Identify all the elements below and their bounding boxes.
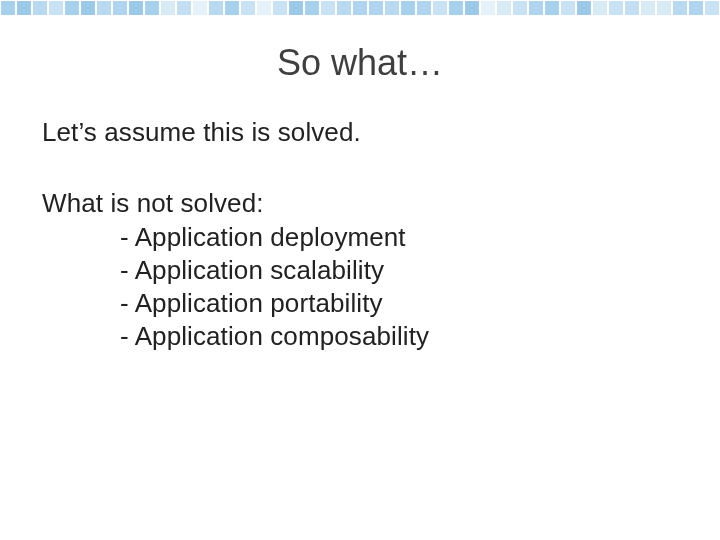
decor-square — [256, 0, 272, 16]
decor-square — [224, 0, 240, 16]
list-item: - Application deployment — [42, 221, 678, 254]
decor-square — [560, 0, 576, 16]
slide-title: So what… — [0, 42, 720, 84]
list-item: - Application composability — [42, 320, 678, 353]
slide: So what… Let’s assume this is solved. Wh… — [0, 0, 720, 540]
decor-square — [352, 0, 368, 16]
list-item: - Application portability — [42, 287, 678, 320]
slide-body: Let’s assume this is solved. What is not… — [42, 116, 678, 354]
decor-square — [144, 0, 160, 16]
decor-square — [384, 0, 400, 16]
decor-square — [576, 0, 592, 16]
decor-square — [688, 0, 704, 16]
decor-square — [368, 0, 384, 16]
solved-line: Let’s assume this is solved. — [42, 116, 678, 149]
decor-square — [272, 0, 288, 16]
decor-square — [320, 0, 336, 16]
decor-square — [80, 0, 96, 16]
decor-square — [176, 0, 192, 16]
decor-top-bar — [0, 0, 720, 16]
decor-square — [592, 0, 608, 16]
decor-square — [336, 0, 352, 16]
decor-square — [400, 0, 416, 16]
decor-square — [672, 0, 688, 16]
decor-square — [448, 0, 464, 16]
decor-square — [128, 0, 144, 16]
decor-square — [480, 0, 496, 16]
decor-square — [496, 0, 512, 16]
decor-square — [192, 0, 208, 16]
decor-square — [16, 0, 32, 16]
decor-square — [240, 0, 256, 16]
decor-square — [64, 0, 80, 16]
decor-square — [112, 0, 128, 16]
decor-square — [32, 0, 48, 16]
decor-square — [608, 0, 624, 16]
decor-square — [656, 0, 672, 16]
decor-square — [512, 0, 528, 16]
decor-square — [640, 0, 656, 16]
decor-square — [208, 0, 224, 16]
decor-square — [464, 0, 480, 16]
decor-square — [416, 0, 432, 16]
decor-square — [528, 0, 544, 16]
decor-square — [304, 0, 320, 16]
decor-square — [704, 0, 720, 16]
decor-square — [624, 0, 640, 16]
decor-square — [544, 0, 560, 16]
decor-square — [48, 0, 64, 16]
decor-square — [0, 0, 16, 16]
decor-square — [432, 0, 448, 16]
not-solved-heading: What is not solved: — [42, 187, 678, 220]
list-item: - Application scalability — [42, 254, 678, 287]
decor-square — [160, 0, 176, 16]
decor-square — [96, 0, 112, 16]
decor-square — [288, 0, 304, 16]
